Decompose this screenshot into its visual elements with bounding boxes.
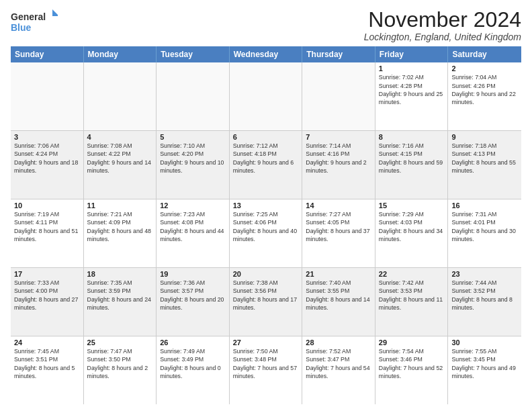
- cell-r2-c1: 11Sunrise: 7:21 AM Sunset: 4:09 PM Dayli…: [84, 199, 157, 267]
- day-info-1: Sunrise: 7:02 AM Sunset: 4:28 PM Dayligh…: [379, 73, 445, 106]
- day-number-9: 9: [451, 133, 518, 141]
- header-friday: Friday: [375, 46, 449, 62]
- day-number-30: 30: [451, 338, 518, 347]
- cell-r4-c4: 28Sunrise: 7:52 AM Sunset: 3:47 PM Dayli…: [302, 336, 375, 404]
- header-wednesday: Wednesday: [230, 46, 303, 62]
- day-info-26: Sunrise: 7:49 AM Sunset: 3:49 PM Dayligh…: [160, 347, 226, 380]
- day-info-14: Sunrise: 7:27 AM Sunset: 4:05 PM Dayligh…: [306, 210, 371, 243]
- day-info-8: Sunrise: 7:16 AM Sunset: 4:15 PM Dayligh…: [379, 142, 445, 175]
- header-monday: Monday: [84, 46, 157, 62]
- day-info-19: Sunrise: 7:36 AM Sunset: 3:57 PM Dayligh…: [160, 279, 226, 312]
- cell-r4-c1: 25Sunrise: 7:47 AM Sunset: 3:50 PM Dayli…: [84, 336, 157, 404]
- day-number-25: 25: [87, 338, 153, 347]
- calendar-row-2: 10Sunrise: 7:19 AM Sunset: 4:11 PM Dayli…: [11, 199, 521, 268]
- day-number-7: 7: [306, 133, 371, 141]
- day-number-24: 24: [14, 338, 80, 347]
- day-info-23: Sunrise: 7:44 AM Sunset: 3:52 PM Dayligh…: [451, 279, 518, 312]
- cell-r1-c5: 8Sunrise: 7:16 AM Sunset: 4:15 PM Daylig…: [375, 131, 449, 199]
- day-info-10: Sunrise: 7:19 AM Sunset: 4:11 PM Dayligh…: [14, 210, 80, 243]
- calendar: Sunday Monday Tuesday Wednesday Thursday…: [11, 46, 521, 404]
- cell-r0-c5: 1Sunrise: 7:02 AM Sunset: 4:28 PM Daylig…: [375, 62, 449, 130]
- cell-r3-c2: 19Sunrise: 7:36 AM Sunset: 3:57 PM Dayli…: [157, 268, 230, 336]
- cell-r3-c4: 21Sunrise: 7:40 AM Sunset: 3:55 PM Dayli…: [302, 268, 375, 336]
- day-number-19: 19: [160, 270, 226, 278]
- cell-r2-c2: 12Sunrise: 7:23 AM Sunset: 4:08 PM Dayli…: [157, 199, 230, 267]
- day-number-15: 15: [379, 201, 445, 210]
- cell-r2-c5: 15Sunrise: 7:29 AM Sunset: 4:03 PM Dayli…: [375, 199, 449, 267]
- cell-r3-c3: 20Sunrise: 7:38 AM Sunset: 3:56 PM Dayli…: [230, 268, 303, 336]
- day-number-22: 22: [379, 270, 445, 278]
- day-info-24: Sunrise: 7:45 AM Sunset: 3:51 PM Dayligh…: [14, 347, 80, 380]
- day-info-11: Sunrise: 7:21 AM Sunset: 4:09 PM Dayligh…: [87, 210, 153, 243]
- day-info-2: Sunrise: 7:04 AM Sunset: 4:26 PM Dayligh…: [451, 73, 518, 106]
- day-number-3: 3: [14, 133, 80, 141]
- cell-r4-c0: 24Sunrise: 7:45 AM Sunset: 3:51 PM Dayli…: [11, 336, 84, 404]
- page: General Blue November 2024 Lockington, E…: [0, 0, 532, 411]
- day-number-26: 26: [160, 338, 226, 347]
- cell-r0-c1: [84, 62, 157, 130]
- cell-r1-c6: 9Sunrise: 7:18 AM Sunset: 4:13 PM Daylig…: [448, 131, 521, 199]
- day-info-28: Sunrise: 7:52 AM Sunset: 3:47 PM Dayligh…: [306, 347, 371, 380]
- day-number-23: 23: [451, 270, 518, 278]
- svg-text:Blue: Blue: [11, 22, 32, 33]
- header-saturday: Saturday: [448, 46, 521, 62]
- header-tuesday: Tuesday: [157, 46, 230, 62]
- day-info-18: Sunrise: 7:35 AM Sunset: 3:59 PM Dayligh…: [87, 279, 153, 312]
- day-info-29: Sunrise: 7:54 AM Sunset: 3:46 PM Dayligh…: [379, 347, 445, 380]
- cell-r2-c3: 13Sunrise: 7:25 AM Sunset: 4:06 PM Dayli…: [230, 199, 303, 267]
- svg-marker-2: [52, 9, 58, 16]
- cell-r4-c3: 27Sunrise: 7:50 AM Sunset: 3:48 PM Dayli…: [230, 336, 303, 404]
- cell-r1-c2: 5Sunrise: 7:10 AM Sunset: 4:20 PM Daylig…: [157, 131, 230, 199]
- cell-r2-c6: 16Sunrise: 7:31 AM Sunset: 4:01 PM Dayli…: [448, 199, 521, 267]
- day-number-1: 1: [379, 64, 445, 73]
- day-number-4: 4: [87, 133, 153, 141]
- day-number-18: 18: [87, 270, 153, 278]
- day-number-12: 12: [160, 201, 226, 210]
- day-info-3: Sunrise: 7:06 AM Sunset: 4:24 PM Dayligh…: [14, 142, 80, 175]
- month-title: November 2024: [364, 8, 521, 32]
- header: General Blue November 2024 Lockington, E…: [11, 8, 521, 42]
- day-info-21: Sunrise: 7:40 AM Sunset: 3:55 PM Dayligh…: [306, 279, 371, 312]
- day-info-20: Sunrise: 7:38 AM Sunset: 3:56 PM Dayligh…: [233, 279, 299, 312]
- day-number-17: 17: [14, 270, 80, 278]
- calendar-row-3: 17Sunrise: 7:33 AM Sunset: 4:00 PM Dayli…: [11, 268, 521, 336]
- day-info-5: Sunrise: 7:10 AM Sunset: 4:20 PM Dayligh…: [160, 142, 226, 175]
- day-info-17: Sunrise: 7:33 AM Sunset: 4:00 PM Dayligh…: [14, 279, 80, 312]
- day-number-13: 13: [233, 201, 299, 210]
- day-number-2: 2: [451, 64, 518, 73]
- day-info-13: Sunrise: 7:25 AM Sunset: 4:06 PM Dayligh…: [233, 210, 299, 243]
- title-block: November 2024 Lockington, England, Unite…: [364, 8, 521, 42]
- day-info-22: Sunrise: 7:42 AM Sunset: 3:53 PM Dayligh…: [379, 279, 445, 312]
- calendar-row-0: 1Sunrise: 7:02 AM Sunset: 4:28 PM Daylig…: [11, 62, 521, 131]
- cell-r0-c0: [11, 62, 84, 130]
- day-info-6: Sunrise: 7:12 AM Sunset: 4:18 PM Dayligh…: [233, 142, 299, 175]
- day-number-10: 10: [14, 201, 80, 210]
- cell-r4-c5: 29Sunrise: 7:54 AM Sunset: 3:46 PM Dayli…: [375, 336, 449, 404]
- cell-r3-c1: 18Sunrise: 7:35 AM Sunset: 3:59 PM Dayli…: [84, 268, 157, 336]
- day-number-20: 20: [233, 270, 299, 278]
- day-info-4: Sunrise: 7:08 AM Sunset: 4:22 PM Dayligh…: [87, 142, 153, 175]
- day-info-7: Sunrise: 7:14 AM Sunset: 4:16 PM Dayligh…: [306, 142, 371, 175]
- day-info-27: Sunrise: 7:50 AM Sunset: 3:48 PM Dayligh…: [233, 347, 299, 380]
- calendar-row-1: 3Sunrise: 7:06 AM Sunset: 4:24 PM Daylig…: [11, 131, 521, 199]
- cell-r3-c5: 22Sunrise: 7:42 AM Sunset: 3:53 PM Dayli…: [375, 268, 449, 336]
- day-info-30: Sunrise: 7:55 AM Sunset: 3:45 PM Dayligh…: [451, 347, 518, 380]
- cell-r1-c3: 6Sunrise: 7:12 AM Sunset: 4:18 PM Daylig…: [230, 131, 303, 199]
- day-info-9: Sunrise: 7:18 AM Sunset: 4:13 PM Dayligh…: [451, 142, 518, 175]
- logo-svg: General Blue: [11, 8, 58, 35]
- day-info-15: Sunrise: 7:29 AM Sunset: 4:03 PM Dayligh…: [379, 210, 445, 243]
- cell-r0-c4: [302, 62, 375, 130]
- cell-r3-c0: 17Sunrise: 7:33 AM Sunset: 4:00 PM Dayli…: [11, 268, 84, 336]
- day-number-21: 21: [306, 270, 371, 278]
- day-info-25: Sunrise: 7:47 AM Sunset: 3:50 PM Dayligh…: [87, 347, 153, 380]
- day-number-29: 29: [379, 338, 445, 347]
- cell-r1-c0: 3Sunrise: 7:06 AM Sunset: 4:24 PM Daylig…: [11, 131, 84, 199]
- day-number-11: 11: [87, 201, 153, 210]
- day-info-16: Sunrise: 7:31 AM Sunset: 4:01 PM Dayligh…: [451, 210, 518, 243]
- day-number-27: 27: [233, 338, 299, 347]
- day-number-8: 8: [379, 133, 445, 141]
- day-number-5: 5: [160, 133, 226, 141]
- logo: General Blue: [11, 8, 58, 35]
- svg-text:General: General: [11, 11, 46, 22]
- header-sunday: Sunday: [11, 46, 84, 62]
